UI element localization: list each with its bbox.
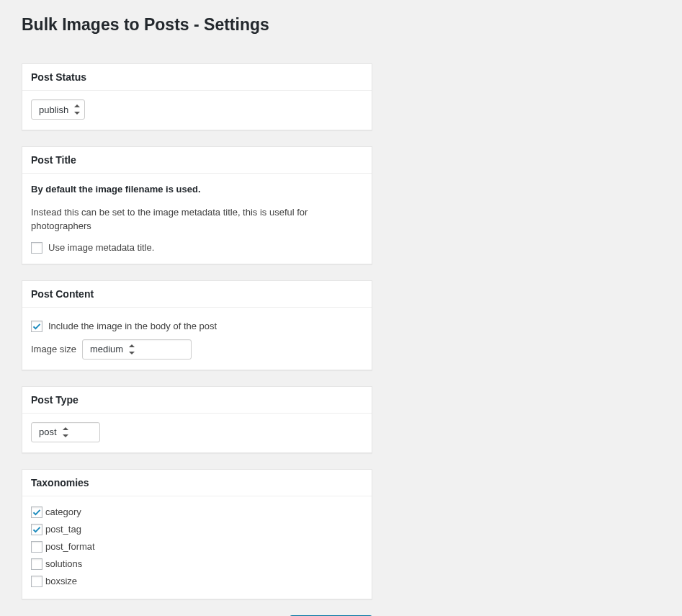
- panel-header-post-content: Post Content: [22, 281, 372, 308]
- taxonomy-checkbox[interactable]: [31, 576, 42, 587]
- chevron-updown-icon: [129, 344, 135, 354]
- panel-post-content: Post Content Include the image in the bo…: [22, 280, 372, 370]
- check-icon: [32, 508, 41, 517]
- taxonomy-checkbox[interactable]: [31, 506, 42, 518]
- image-size-select[interactable]: medium: [82, 339, 192, 360]
- chevron-updown-icon: [63, 427, 68, 437]
- check-icon: [32, 322, 41, 331]
- panel-header-post-type: Post Type: [22, 387, 372, 414]
- panel-header-post-title: Post Title: [22, 147, 372, 174]
- include-image-label: Include the image in the body of the pos…: [48, 321, 217, 331]
- post-status-select[interactable]: publish: [31, 99, 85, 120]
- taxonomy-checkbox[interactable]: [31, 541, 42, 553]
- taxonomy-checkbox[interactable]: [31, 524, 42, 535]
- post-title-description: Instead this can be set to the image met…: [31, 205, 363, 233]
- taxonomy-label: solutions: [45, 557, 82, 571]
- taxonomy-row: solutions: [31, 557, 363, 571]
- panel-header-post-status: Post Status: [22, 64, 372, 91]
- include-image-checkbox[interactable]: [31, 321, 42, 332]
- panel-post-status: Post Status publish: [22, 63, 372, 130]
- use-metadata-title-checkbox[interactable]: [31, 242, 42, 254]
- use-metadata-title-label: Use image metadata title.: [48, 242, 154, 253]
- taxonomy-label: post_format: [45, 540, 95, 554]
- taxonomy-row: boxsize: [31, 574, 363, 589]
- image-size-label: Image size: [31, 344, 76, 354]
- taxonomy-checkbox[interactable]: [31, 558, 42, 570]
- taxonomy-row: category: [31, 505, 363, 519]
- taxonomy-label: category: [45, 505, 81, 519]
- post-type-select[interactable]: post: [31, 422, 100, 442]
- post-title-default-note: By default the image filename is used.: [31, 182, 363, 197]
- taxonomy-label: boxsize: [45, 574, 77, 589]
- taxonomy-label: post_tag: [45, 522, 81, 537]
- post-type-value: post: [39, 427, 57, 437]
- page-title: Bulk Images to Posts - Settings: [22, 9, 660, 37]
- taxonomy-row: post_format: [31, 540, 363, 554]
- panel-post-title: Post Title By default the image filename…: [22, 146, 372, 264]
- taxonomy-row: post_tag: [31, 522, 363, 537]
- panel-post-type: Post Type post: [22, 386, 372, 453]
- image-size-value: medium: [90, 344, 123, 354]
- panel-taxonomies: Taxonomies categorypost_tagpost_formatso…: [22, 469, 372, 599]
- panel-header-taxonomies: Taxonomies: [22, 470, 372, 496]
- post-status-value: publish: [39, 104, 68, 115]
- chevron-updown-icon: [74, 104, 80, 115]
- check-icon: [32, 525, 41, 534]
